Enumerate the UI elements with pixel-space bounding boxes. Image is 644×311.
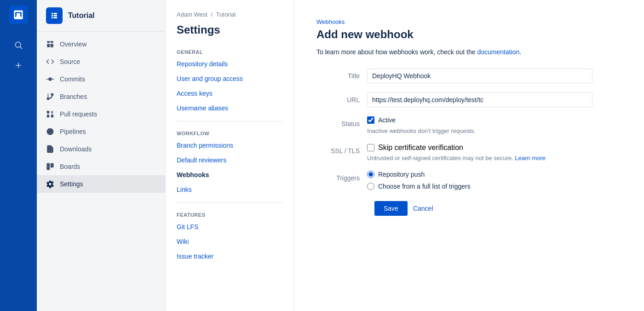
- sidebar-label-source: Source: [60, 58, 80, 65]
- sidebar-item-pull-requests[interactable]: Pull requests: [37, 105, 165, 123]
- main-content: Adam West / Tutorial Settings GENERAL Re…: [166, 0, 644, 311]
- svg-line-1: [20, 47, 23, 49]
- sidebar-item-overview[interactable]: Overview: [37, 35, 165, 53]
- repo-icon: [46, 7, 63, 24]
- svg-rect-4: [47, 41, 50, 43]
- ssl-hint: Untrusted or self-signed certificates ma…: [367, 155, 592, 161]
- ssl-checkbox[interactable]: [367, 144, 374, 151]
- create-icon-btn[interactable]: [0, 55, 37, 75]
- sidebar-item-pipelines[interactable]: Pipelines: [37, 123, 165, 140]
- settings-page-title: Settings: [166, 23, 294, 46]
- svg-rect-20: [47, 163, 49, 170]
- settings-nav-git-lfs[interactable]: Git LFS: [166, 219, 294, 234]
- sidebar-label-commits: Commits: [60, 75, 85, 83]
- sidebar-label-overview: Overview: [60, 40, 86, 48]
- sidebar-item-settings[interactable]: Settings: [37, 175, 165, 193]
- triggers-radio-group: Repository push Choose from a full list …: [367, 171, 592, 190]
- breadcrumb-repo[interactable]: Tutorial: [216, 11, 236, 18]
- repo-title: Tutorial: [68, 12, 94, 20]
- webhook-form-title: Add new webhook: [316, 28, 622, 41]
- trigger-option1[interactable]: Repository push: [367, 171, 592, 178]
- settings-nav-wiki[interactable]: Wiki: [166, 234, 294, 249]
- settings-nav-links[interactable]: Links: [166, 182, 294, 197]
- url-label: URL: [316, 92, 367, 104]
- status-label: Status: [316, 116, 367, 127]
- search-icon-btn[interactable]: [0, 35, 37, 55]
- settings-nav-branch-permissions[interactable]: Branch permissions: [166, 138, 294, 153]
- ssl-checkbox-wrap: Skip certificate verification: [367, 144, 463, 152]
- triggers-field-row: Triggers Repository push Choose from a f…: [316, 171, 592, 190]
- divider-general-workflow: [177, 121, 283, 121]
- sidebar-nav: Overview Source Commits Branches Pull re…: [37, 32, 165, 196]
- ssl-label: SSL / TLS: [316, 144, 367, 155]
- sidebar: Tutorial Overview Source Commits Branche…: [37, 0, 166, 311]
- trigger-push-label: Repository push: [378, 171, 425, 178]
- breadcrumb-separator: /: [211, 11, 213, 18]
- sidebar-label-branches: Branches: [60, 93, 87, 100]
- webhooks-breadcrumb[interactable]: Webhooks: [316, 18, 622, 25]
- settings-nav-webhooks[interactable]: Webhooks: [166, 167, 294, 182]
- url-control: [367, 92, 592, 107]
- status-checkbox[interactable]: [367, 116, 374, 124]
- section-label-features: FEATURES: [166, 208, 294, 219]
- triggers-label: Triggers: [316, 171, 367, 182]
- triggers-control: Repository push Choose from a full list …: [367, 171, 592, 190]
- breadcrumb-owner[interactable]: Adam West: [177, 11, 207, 18]
- settings-nav-access-keys[interactable]: Access keys: [166, 86, 294, 101]
- ssl-field-row: SSL / TLS Skip certificate verification …: [316, 144, 592, 161]
- breadcrumb: Adam West / Tutorial: [166, 11, 294, 23]
- sidebar-item-downloads[interactable]: Downloads: [37, 140, 165, 158]
- title-field-row: Title: [316, 69, 592, 83]
- svg-rect-21: [51, 163, 53, 167]
- save-button[interactable]: Save: [374, 201, 408, 216]
- status-hint: Inactive webhooks don't trigger requests…: [367, 127, 592, 134]
- svg-rect-7: [51, 44, 53, 47]
- settings-nav-issue-tracker[interactable]: Issue tracker: [166, 249, 294, 264]
- settings-nav-username-aliases[interactable]: Username aliases: [166, 101, 294, 115]
- settings-nav-user-group-access[interactable]: User and group access: [166, 71, 294, 86]
- svg-point-8: [49, 78, 52, 81]
- status-row: Active: [367, 116, 592, 124]
- active-label: Active: [378, 116, 396, 124]
- status-checkbox-wrap: Active: [367, 116, 396, 124]
- url-input[interactable]: [367, 92, 592, 107]
- trigger-radio-push[interactable]: [367, 171, 374, 178]
- svg-point-13: [47, 98, 49, 100]
- sidebar-label-pull-requests: Pull requests: [60, 110, 97, 118]
- status-control: Active Inactive webhooks don't trigger r…: [367, 116, 592, 134]
- status-field-row: Status Active Inactive webhooks don't tr…: [316, 116, 592, 134]
- trigger-option2[interactable]: Choose from a full list of triggers: [367, 183, 592, 190]
- icon-bar: [0, 0, 37, 311]
- ssl-hint-prefix: Untrusted or self-signed certificates ma…: [367, 155, 515, 161]
- settings-nav-default-reviewers[interactable]: Default reviewers: [166, 153, 294, 167]
- title-input[interactable]: [367, 69, 592, 83]
- ssl-learn-more-link[interactable]: Learn more: [515, 155, 546, 161]
- ssl-row: Skip certificate verification: [367, 144, 592, 152]
- svg-point-17: [51, 115, 53, 117]
- sidebar-item-boards[interactable]: Boards: [37, 158, 165, 175]
- form-actions: Save Cancel: [316, 201, 622, 216]
- app-logo[interactable]: [9, 6, 28, 24]
- section-label-workflow: WORKFLOW: [166, 127, 294, 138]
- svg-rect-5: [51, 41, 53, 43]
- section-label-general: GENERAL: [166, 46, 294, 57]
- cancel-button[interactable]: Cancel: [413, 201, 433, 216]
- svg-point-12: [51, 93, 53, 96]
- description-suffix: .: [519, 48, 521, 56]
- svg-rect-6: [47, 44, 50, 47]
- svg-point-15: [47, 115, 49, 117]
- sidebar-label-boards: Boards: [60, 163, 80, 170]
- trigger-radio-custom[interactable]: [367, 183, 374, 190]
- sidebar-item-source[interactable]: Source: [37, 53, 165, 70]
- sidebar-label-settings: Settings: [60, 180, 83, 188]
- svg-point-0: [15, 42, 21, 47]
- title-control: [367, 69, 592, 83]
- settings-nav-panel: Adam West / Tutorial Settings GENERAL Re…: [166, 0, 294, 311]
- settings-nav-repo-details[interactable]: Repository details: [166, 57, 294, 71]
- ssl-checkbox-label: Skip certificate verification: [378, 144, 463, 152]
- documentation-link[interactable]: documentation: [477, 48, 519, 56]
- url-field-row: URL: [316, 92, 592, 107]
- ssl-control: Skip certificate verification Untrusted …: [367, 144, 592, 161]
- sidebar-item-commits[interactable]: Commits: [37, 70, 165, 88]
- sidebar-item-branches[interactable]: Branches: [37, 88, 165, 105]
